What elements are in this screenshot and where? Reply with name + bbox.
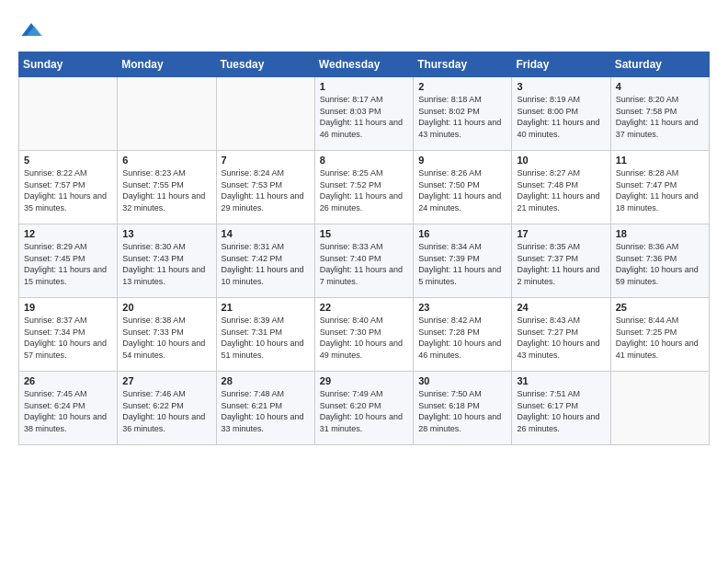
day-number: 22 [320, 302, 408, 313]
day-info: Sunrise: 8:44 AMSunset: 7:25 PMDaylight:… [616, 315, 704, 361]
calendar-cell: 15Sunrise: 8:33 AMSunset: 7:40 PMDayligh… [314, 224, 413, 298]
weekday-header-friday: Friday [512, 52, 610, 77]
calendar-cell: 30Sunrise: 7:50 AMSunset: 6:18 PMDayligh… [414, 372, 512, 445]
day-info: Sunrise: 8:23 AMSunset: 7:55 PMDaylight:… [122, 167, 210, 213]
calendar-cell: 31Sunrise: 7:51 AMSunset: 6:17 PMDayligh… [512, 372, 610, 445]
calendar-row: 1Sunrise: 8:17 AMSunset: 8:03 PMDaylight… [19, 77, 710, 151]
weekday-header-saturday: Saturday [610, 52, 709, 77]
day-number: 4 [616, 81, 704, 92]
day-info: Sunrise: 8:20 AMSunset: 7:58 PMDaylight:… [616, 94, 704, 140]
day-number: 11 [616, 155, 704, 166]
calendar-cell: 18Sunrise: 8:36 AMSunset: 7:36 PMDayligh… [610, 224, 709, 298]
day-info: Sunrise: 8:22 AMSunset: 7:57 PMDaylight:… [24, 167, 112, 213]
day-number: 29 [320, 375, 408, 386]
calendar-cell: 21Sunrise: 8:39 AMSunset: 7:31 PMDayligh… [216, 298, 314, 372]
calendar-header: SundayMondayTuesdayWednesdayThursdayFrid… [19, 52, 710, 77]
calendar-cell: 22Sunrise: 8:40 AMSunset: 7:30 PMDayligh… [314, 298, 413, 372]
day-number: 1 [320, 81, 408, 92]
day-number: 10 [517, 155, 605, 166]
calendar-body: 1Sunrise: 8:17 AMSunset: 8:03 PMDaylight… [19, 77, 710, 445]
day-info: Sunrise: 7:51 AMSunset: 6:17 PMDaylight:… [517, 388, 605, 434]
day-number: 12 [24, 228, 112, 239]
calendar-row: 12Sunrise: 8:29 AMSunset: 7:45 PMDayligh… [19, 224, 710, 298]
day-info: Sunrise: 8:43 AMSunset: 7:27 PMDaylight:… [517, 315, 605, 361]
day-number: 3 [517, 81, 605, 92]
weekday-header-monday: Monday [118, 52, 216, 77]
day-number: 5 [24, 155, 112, 166]
day-number: 30 [418, 375, 506, 386]
calendar-cell: 8Sunrise: 8:25 AMSunset: 7:52 PMDaylight… [314, 151, 413, 224]
day-info: Sunrise: 8:26 AMSunset: 7:50 PMDaylight:… [418, 167, 506, 213]
weekday-header-sunday: Sunday [19, 52, 118, 77]
day-info: Sunrise: 7:45 AMSunset: 6:24 PMDaylight:… [24, 388, 112, 434]
weekday-header-tuesday: Tuesday [216, 52, 314, 77]
day-number: 17 [517, 228, 605, 239]
day-number: 8 [320, 155, 408, 166]
calendar-cell: 26Sunrise: 7:45 AMSunset: 6:24 PMDayligh… [19, 372, 118, 445]
day-info: Sunrise: 8:18 AMSunset: 8:02 PMDaylight:… [418, 94, 506, 140]
day-info: Sunrise: 7:49 AMSunset: 6:20 PMDaylight:… [320, 388, 408, 434]
day-number: 9 [418, 155, 506, 166]
day-info: Sunrise: 7:46 AMSunset: 6:22 PMDaylight:… [122, 388, 210, 434]
day-info: Sunrise: 8:38 AMSunset: 7:33 PMDaylight:… [122, 315, 210, 361]
day-info: Sunrise: 8:35 AMSunset: 7:37 PMDaylight:… [517, 241, 605, 287]
day-info: Sunrise: 8:36 AMSunset: 7:36 PMDaylight:… [616, 241, 704, 287]
logo [18, 17, 48, 42]
day-number: 27 [122, 375, 210, 386]
calendar-cell: 14Sunrise: 8:31 AMSunset: 7:42 PMDayligh… [216, 224, 314, 298]
calendar-cell [610, 372, 709, 445]
calendar-cell: 3Sunrise: 8:19 AMSunset: 8:00 PMDaylight… [512, 77, 610, 151]
day-number: 25 [616, 302, 704, 313]
day-info: Sunrise: 8:34 AMSunset: 7:39 PMDaylight:… [418, 241, 506, 287]
day-info: Sunrise: 8:25 AMSunset: 7:52 PMDaylight:… [320, 167, 408, 213]
calendar-row: 19Sunrise: 8:37 AMSunset: 7:34 PMDayligh… [19, 298, 710, 372]
day-number: 13 [122, 228, 210, 239]
calendar-cell: 4Sunrise: 8:20 AMSunset: 7:58 PMDaylight… [610, 77, 709, 151]
calendar-row: 5Sunrise: 8:22 AMSunset: 7:57 PMDaylight… [19, 151, 710, 224]
calendar-cell: 7Sunrise: 8:24 AMSunset: 7:53 PMDaylight… [216, 151, 314, 224]
day-info: Sunrise: 8:37 AMSunset: 7:34 PMDaylight:… [24, 315, 112, 361]
day-info: Sunrise: 8:19 AMSunset: 8:00 PMDaylight:… [517, 94, 605, 140]
day-number: 26 [24, 375, 112, 386]
day-number: 16 [418, 228, 506, 239]
calendar-cell: 11Sunrise: 8:28 AMSunset: 7:47 PMDayligh… [610, 151, 709, 224]
day-number: 24 [517, 302, 605, 313]
day-number: 19 [24, 302, 112, 313]
day-info: Sunrise: 8:29 AMSunset: 7:45 PMDaylight:… [24, 241, 112, 287]
day-number: 18 [616, 228, 704, 239]
weekday-row: SundayMondayTuesdayWednesdayThursdayFrid… [19, 52, 710, 77]
day-number: 2 [418, 81, 506, 92]
calendar-cell [19, 77, 118, 151]
calendar-cell: 5Sunrise: 8:22 AMSunset: 7:57 PMDaylight… [19, 151, 118, 224]
day-info: Sunrise: 8:30 AMSunset: 7:43 PMDaylight:… [122, 241, 210, 287]
calendar-cell: 19Sunrise: 8:37 AMSunset: 7:34 PMDayligh… [19, 298, 118, 372]
day-info: Sunrise: 8:42 AMSunset: 7:28 PMDaylight:… [418, 315, 506, 361]
weekday-header-wednesday: Wednesday [314, 52, 413, 77]
calendar-cell: 10Sunrise: 8:27 AMSunset: 7:48 PMDayligh… [512, 151, 610, 224]
day-number: 7 [222, 155, 310, 166]
logo-icon [18, 17, 44, 42]
calendar-cell: 20Sunrise: 8:38 AMSunset: 7:33 PMDayligh… [118, 298, 216, 372]
day-number: 21 [222, 302, 310, 313]
page: SundayMondayTuesdayWednesdayThursdayFrid… [0, 0, 728, 563]
calendar-table: SundayMondayTuesdayWednesdayThursdayFrid… [18, 52, 710, 445]
day-number: 14 [222, 228, 310, 239]
day-number: 15 [320, 228, 408, 239]
day-info: Sunrise: 8:28 AMSunset: 7:47 PMDaylight:… [616, 167, 704, 213]
calendar-cell: 28Sunrise: 7:48 AMSunset: 6:21 PMDayligh… [216, 372, 314, 445]
day-info: Sunrise: 8:33 AMSunset: 7:40 PMDaylight:… [320, 241, 408, 287]
day-number: 31 [517, 375, 605, 386]
calendar-cell [118, 77, 216, 151]
day-info: Sunrise: 8:31 AMSunset: 7:42 PMDaylight:… [222, 241, 310, 287]
calendar-cell: 24Sunrise: 8:43 AMSunset: 7:27 PMDayligh… [512, 298, 610, 372]
day-info: Sunrise: 7:48 AMSunset: 6:21 PMDaylight:… [222, 388, 310, 434]
day-number: 23 [418, 302, 506, 313]
day-number: 20 [122, 302, 210, 313]
calendar-cell: 13Sunrise: 8:30 AMSunset: 7:43 PMDayligh… [118, 224, 216, 298]
calendar-cell: 29Sunrise: 7:49 AMSunset: 6:20 PMDayligh… [314, 372, 413, 445]
calendar-cell: 2Sunrise: 8:18 AMSunset: 8:02 PMDaylight… [414, 77, 512, 151]
day-info: Sunrise: 8:24 AMSunset: 7:53 PMDaylight:… [222, 167, 310, 213]
calendar-cell: 6Sunrise: 8:23 AMSunset: 7:55 PMDaylight… [118, 151, 216, 224]
calendar-cell: 16Sunrise: 8:34 AMSunset: 7:39 PMDayligh… [414, 224, 512, 298]
day-info: Sunrise: 8:39 AMSunset: 7:31 PMDaylight:… [222, 315, 310, 361]
